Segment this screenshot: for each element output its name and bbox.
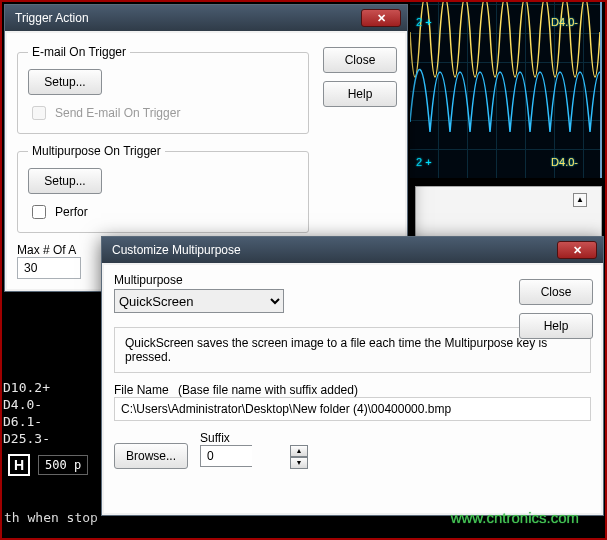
multipurpose-select[interactable]: QuickScreen [114, 289, 284, 313]
trigger-help-button[interactable]: Help [323, 81, 397, 107]
perform-checkbox[interactable] [32, 205, 46, 219]
suffix-label: Suffix [200, 431, 308, 445]
suffix-down-button[interactable]: ▼ [290, 457, 308, 469]
customize-multipurpose-dialog: Customize Multipurpose ✕ Close Help Mult… [101, 236, 604, 516]
dialog-title: Trigger Action [15, 11, 89, 25]
perform-label: Perfor [55, 205, 88, 219]
max-actions-input[interactable] [17, 257, 81, 279]
suffix-input[interactable] [200, 445, 252, 467]
multipurpose-on-trigger-group: Multipurpose On Trigger Setup... Perfor [17, 144, 309, 233]
mp-setup-button[interactable]: Setup... [28, 168, 102, 194]
scope-waveform [410, 2, 600, 178]
titlebar[interactable]: Trigger Action ✕ [5, 5, 407, 31]
measure-row: D4.0- [0, 396, 100, 413]
status-hold-icon: H [8, 454, 30, 476]
suffix-up-button[interactable]: ▲ [290, 445, 308, 457]
browse-button[interactable]: Browse... [114, 443, 188, 469]
send-email-checkbox-row: Send E-mail On Trigger [28, 103, 298, 123]
scope-label-tl: 2 + [416, 16, 432, 28]
measurement-list: D10.2+ D4.0- D6.1- D25.3- [0, 379, 100, 447]
measure-row: D10.2+ [0, 379, 100, 396]
oscilloscope-screen [410, 2, 602, 178]
filename-hint: (Base file name with suffix added) [178, 383, 358, 397]
filename-path: C:\Users\Administrator\Desktop\New folde… [114, 397, 591, 421]
status-timebase: 500 p [38, 455, 88, 475]
dialog-title: Customize Multipurpose [112, 243, 241, 257]
scope-scrollup-button[interactable]: ▲ [573, 193, 587, 207]
email-setup-button[interactable]: Setup... [28, 69, 102, 95]
close-icon[interactable]: ✕ [557, 241, 597, 259]
max-actions-label: Max # Of A [17, 243, 76, 257]
mp-group-legend: Multipurpose On Trigger [28, 144, 165, 158]
watermark: www.cntronics.com [451, 509, 579, 526]
close-icon[interactable]: ✕ [361, 9, 401, 27]
scope-label-tr: D4.0- [551, 16, 578, 28]
measure-row: D25.3- [0, 430, 100, 447]
scope-label-bl: 2 + [416, 156, 432, 168]
scope-label-br: D4.0- [551, 156, 578, 168]
send-email-label: Send E-mail On Trigger [55, 106, 180, 120]
email-group-legend: E-mail On Trigger [28, 45, 130, 59]
customize-close-button[interactable]: Close [519, 279, 593, 305]
trigger-close-button[interactable]: Close [323, 47, 397, 73]
titlebar[interactable]: Customize Multipurpose ✕ [102, 237, 603, 263]
email-on-trigger-group: E-mail On Trigger Setup... Send E-mail O… [17, 45, 309, 134]
perform-checkbox-row[interactable]: Perfor [28, 202, 298, 222]
customize-help-button[interactable]: Help [519, 313, 593, 339]
filename-label: File Name [114, 383, 169, 397]
measure-row: D6.1- [0, 413, 100, 430]
send-email-checkbox [32, 106, 46, 120]
